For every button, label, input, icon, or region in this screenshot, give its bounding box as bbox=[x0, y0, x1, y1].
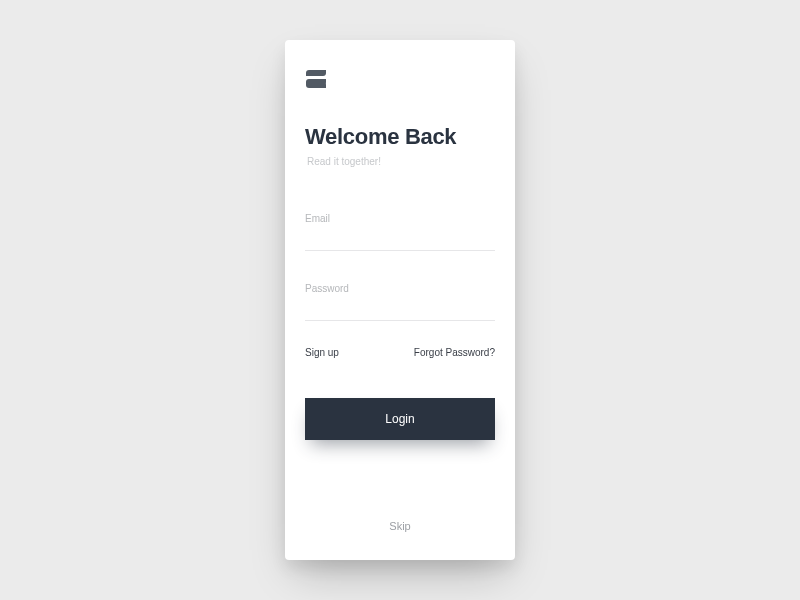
password-field-group: Password bbox=[305, 283, 495, 321]
email-label: Email bbox=[305, 213, 495, 224]
page-title: Welcome Back bbox=[305, 124, 495, 150]
login-screen: Welcome Back Read it together! Email Pas… bbox=[285, 40, 515, 560]
password-label: Password bbox=[305, 283, 495, 294]
signup-link[interactable]: Sign up bbox=[305, 347, 339, 358]
login-button[interactable]: Login bbox=[305, 398, 495, 440]
email-field-group: Email bbox=[305, 213, 495, 251]
aux-links-row: Sign up Forgot Password? bbox=[305, 347, 495, 358]
password-input[interactable] bbox=[305, 302, 495, 321]
email-input[interactable] bbox=[305, 232, 495, 251]
page-subtitle: Read it together! bbox=[307, 156, 495, 167]
forgot-password-link[interactable]: Forgot Password? bbox=[414, 347, 495, 358]
skip-link[interactable]: Skip bbox=[305, 520, 495, 532]
app-logo-icon bbox=[305, 70, 327, 88]
